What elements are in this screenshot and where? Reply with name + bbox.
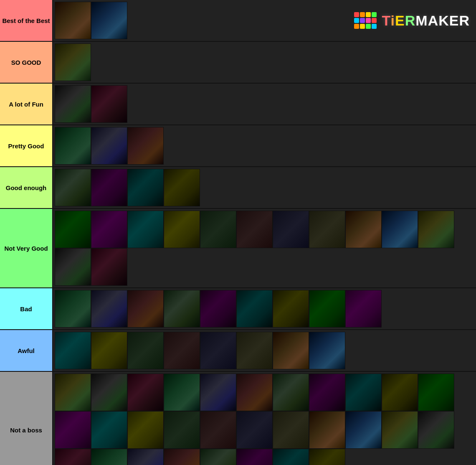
list-item: [55, 332, 91, 369]
list-item: [309, 411, 345, 449]
list-item: [164, 211, 200, 248]
list-item: [382, 374, 418, 411]
list-item: [236, 211, 273, 248]
list-item: [236, 332, 273, 369]
list-item: [127, 449, 164, 465]
list-item: [127, 169, 164, 206]
list-item: [345, 411, 382, 449]
list-item: [55, 2, 91, 39]
list-item: [55, 127, 91, 165]
list-item: [55, 411, 91, 449]
list-item: [418, 211, 454, 248]
list-item: [55, 169, 91, 206]
list-item: [91, 169, 127, 206]
list-item: [91, 2, 127, 39]
list-item: [127, 127, 164, 165]
tier-good-enough-content: [52, 167, 476, 208]
list-item: [382, 211, 418, 248]
list-item: [309, 211, 345, 248]
tier-not-boss-label: Not a boss: [0, 372, 52, 465]
tier-bad-label: Bad: [0, 288, 52, 329]
list-item: [382, 411, 418, 449]
tier-not-very-good-content: [52, 209, 476, 287]
list-item: [164, 449, 200, 465]
list-item: [200, 332, 236, 369]
list-item: [273, 211, 309, 248]
list-item: [55, 374, 91, 411]
tier-best-label: Best of the Best: [0, 0, 52, 41]
list-item: [55, 85, 91, 123]
list-item: [309, 449, 345, 465]
logo-text: TiERMAKER: [382, 13, 470, 29]
list-item: [164, 374, 200, 411]
tier-awful-label: Awful: [0, 330, 52, 371]
list-item: [127, 211, 164, 248]
tier-not-boss-row: Not a boss: [0, 372, 476, 465]
list-item: [91, 332, 127, 369]
list-item: [345, 211, 382, 248]
list-item: [55, 211, 91, 248]
list-item: [91, 211, 127, 248]
list-item: [91, 248, 127, 286]
list-item: [418, 374, 454, 411]
logo-grid-icon: [354, 12, 377, 29]
list-item: [200, 374, 236, 411]
list-item: [273, 332, 309, 369]
tier-pretty-good-label: Pretty Good: [0, 125, 52, 166]
list-item: [55, 449, 91, 465]
tier-so-good-label: SO GOOD: [0, 42, 52, 83]
list-item: [273, 411, 309, 449]
list-item: [273, 374, 309, 411]
tier-lot-fun-content: [52, 84, 476, 125]
tier-so-good-row: SO GOOD: [0, 42, 476, 84]
tier-maker-app: Best of the Best: [0, 0, 476, 465]
tier-not-very-good-row: Not Very Good: [0, 209, 476, 288]
tier-not-very-good-label: Not Very Good: [0, 209, 52, 287]
list-item: [164, 290, 200, 328]
list-item: [55, 248, 91, 286]
list-item: [127, 290, 164, 328]
list-item: [418, 411, 454, 449]
list-item: [236, 374, 273, 411]
list-item: [236, 411, 273, 449]
list-item: [200, 411, 236, 449]
tier-so-good-content: [52, 42, 476, 83]
header-row: Best of the Best: [0, 0, 476, 42]
list-item: [200, 211, 236, 248]
list-item: [309, 290, 345, 328]
list-item: [91, 449, 127, 465]
list-item: [164, 332, 200, 369]
tier-lot-fun-label: A lot of Fun: [0, 84, 52, 125]
tier-pretty-good-row: Pretty Good: [0, 125, 476, 167]
tier-good-enough-row: Good enough: [0, 167, 476, 209]
list-item: [309, 374, 345, 411]
tier-lot-fun-row: A lot of Fun: [0, 84, 476, 125]
list-item: [55, 43, 91, 81]
list-item: [91, 85, 127, 123]
list-item: [345, 374, 382, 411]
list-item: [127, 411, 164, 449]
list-item: [164, 169, 200, 206]
tier-not-boss-content: [52, 372, 476, 465]
list-item: [345, 290, 382, 328]
list-item: [91, 127, 127, 165]
list-item: [200, 290, 236, 328]
logo-container: TiERMAKER: [354, 12, 470, 29]
tier-good-enough-label: Good enough: [0, 167, 52, 208]
list-item: [91, 411, 127, 449]
list-item: [164, 411, 200, 449]
list-item: [127, 374, 164, 411]
tier-pretty-good-content: [52, 125, 476, 166]
list-item: [273, 449, 309, 465]
tier-bad-content: [52, 288, 476, 329]
tier-awful-row: Awful: [0, 330, 476, 372]
tier-bad-row: Bad: [0, 288, 476, 330]
list-item: [236, 449, 273, 465]
tier-awful-content: [52, 330, 476, 371]
list-item: [200, 449, 236, 465]
list-item: [91, 290, 127, 328]
list-item: [273, 290, 309, 328]
list-item: [127, 332, 164, 369]
list-item: [309, 332, 345, 369]
list-item: [55, 290, 91, 328]
